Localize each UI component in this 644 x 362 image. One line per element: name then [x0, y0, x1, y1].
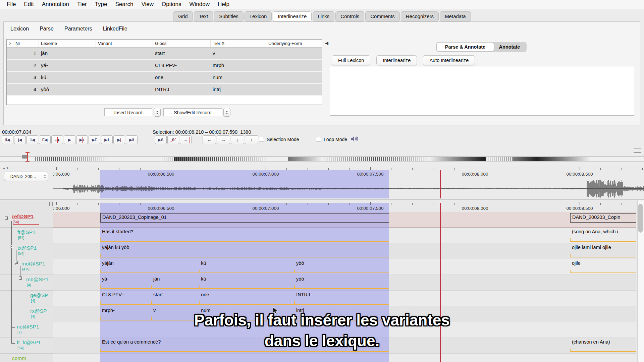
previous-scrollview-button[interactable]: |◀	[14, 135, 26, 144]
column-header-lexeme[interactable]: Lexeme	[39, 40, 96, 47]
play-pause-button[interactable]: ▶	[64, 135, 75, 144]
lexicon-menu-parameters[interactable]: Parameters	[64, 26, 92, 32]
annotation[interactable]: DAND_200203_Copin	[570, 213, 636, 223]
tier-row-header-mb[interactable]: mb@SP1[4]	[0, 275, 53, 291]
tier-expand-icon[interactable]: +	[10, 245, 13, 248]
annotation-row-mot[interactable]: yájànkúyòòojile	[53, 259, 636, 275]
lexicon-table[interactable]: >NrLexemeVariantGlossTier XUnderlying-Fo…	[6, 39, 322, 105]
annotation[interactable]: CL8.PFV--	[100, 291, 152, 305]
annotation[interactable]: yòò	[294, 259, 389, 273]
tier-row-header-ft[interactable]: ft@SP1[54]	[0, 228, 53, 243]
media-source-dropdown[interactable]: DAND_200... ▲▼	[4, 172, 48, 181]
tier-label-ge[interactable]: ge@SP	[30, 292, 48, 298]
annotation[interactable]: start	[152, 291, 199, 305]
annotation[interactable]: one	[199, 291, 294, 305]
menu-item-view[interactable]: View	[137, 1, 158, 8]
menu-item-file[interactable]: File	[3, 1, 20, 8]
second-right-button[interactable]: ▶1	[101, 135, 113, 144]
clear-selection-button[interactable]: S	[167, 135, 179, 144]
timeline-overview[interactable]	[0, 154, 644, 164]
table-row[interactable]: 1jànstartv	[7, 48, 322, 60]
tab-subtitles[interactable]: Subtitles	[214, 11, 244, 21]
panel-collapse-icons[interactable]: ▲▼	[3, 167, 9, 170]
insert-record-dropdown[interactable]: Insert Record ▲▼	[104, 108, 161, 117]
pixel-left-button[interactable]: -◀	[51, 135, 63, 144]
annotation-row-tx[interactable]: yájàn kú yòòojile lami lami ojile	[53, 243, 636, 259]
tier-label-ft[interactable]: ft@SP1	[17, 229, 36, 235]
tier-label-mb[interactable]: mb@SP1	[26, 277, 49, 283]
speaker-icon[interactable]	[351, 136, 358, 142]
lexicon-menu-linkedfile[interactable]: LinkedFile	[103, 26, 127, 32]
tier-expand-icon[interactable]: +	[5, 217, 8, 220]
column-header-nr[interactable]: Nr	[13, 40, 39, 47]
annotation[interactable]: ojile lami lami ojile	[570, 243, 636, 257]
menu-item-window[interactable]: Window	[185, 1, 214, 8]
annotation[interactable]: (song on Ana, which i	[570, 228, 636, 242]
waveform-viewport[interactable]: 00:00:06.00000:00:06.50000:00:07.00000:0…	[53, 166, 644, 199]
tab-metadata[interactable]: Metadata	[440, 11, 471, 21]
loop-mode-checkbox[interactable]	[316, 137, 321, 142]
crosshair-to-selection-button[interactable]: →	[180, 135, 192, 144]
tier-label-tx[interactable]: tx@SP1	[17, 245, 37, 251]
pixel-right-button[interactable]: ▶+	[76, 135, 88, 144]
second-left-button[interactable]: 1◀	[26, 135, 38, 144]
lexicon-menu-lexicon[interactable]: Lexicon	[10, 26, 29, 32]
tier-expand-icon[interactable]: +	[19, 277, 22, 280]
next-scrollview-button[interactable]: ▶|	[113, 135, 125, 144]
annotation[interactable]: INTRJ	[294, 291, 389, 305]
annotation-row-ft[interactable]: Has it started?(song on Ana, which i	[53, 228, 636, 243]
previous-frame-button[interactable]: F◀	[39, 135, 51, 144]
play-selection-button[interactable]: ▶S	[155, 135, 167, 144]
tab-lexicon[interactable]: Lexicon	[245, 11, 272, 21]
interlinearize-button[interactable]: Interlinearize	[376, 55, 417, 65]
divider-grip-icon[interactable]	[634, 148, 641, 153]
go-to-end-button[interactable]: ▶‖	[126, 135, 138, 144]
scroll-left-icon[interactable]: ◀	[325, 41, 328, 46]
annotation[interactable]: kú	[199, 259, 294, 273]
tab-controls[interactable]: Controls	[335, 11, 364, 21]
stepper-icon[interactable]: ▲▼	[223, 108, 230, 117]
segment-parse-annotate[interactable]: Parse & Annotate	[437, 43, 494, 51]
tier-row-header-tx[interactable]: tx@SP1[54]	[0, 243, 53, 259]
tier-row-header-ref[interactable]: ref@SP1[54]	[0, 212, 53, 228]
column-header-marker[interactable]: >	[7, 40, 13, 47]
menu-item-edit[interactable]: Edit	[20, 1, 38, 8]
go-left-button[interactable]: ←	[203, 135, 216, 144]
annotation[interactable]: kú	[199, 275, 294, 289]
tier-row-header-ge[interactable]: ge@SP[4]	[0, 291, 53, 306]
next-frame-button[interactable]: ▶F	[89, 135, 100, 144]
annotation[interactable]: jàn	[152, 275, 199, 289]
menu-item-search[interactable]: Search	[111, 1, 138, 8]
tab-links[interactable]: Links	[313, 11, 334, 21]
stepper-icon[interactable]: ▲▼	[154, 108, 161, 117]
annotation[interactable]: yájàn	[100, 259, 199, 273]
tier-row-header-comm[interactable]: comm	[0, 354, 53, 362]
auto-interlinearize-button[interactable]: Auto Interlinearize	[423, 55, 475, 65]
overview-viewwindow[interactable]	[22, 155, 28, 159]
selection-mode-checkbox[interactable]	[259, 137, 264, 142]
column-resize-handle[interactable]	[49, 202, 53, 206]
tab-recognizers[interactable]: Recognizers	[401, 11, 439, 21]
table-row[interactable]: 2yá-CL8.PFV-mrph	[7, 60, 322, 72]
crosshair[interactable]	[440, 170, 441, 198]
column-header-tier-x[interactable]: Tier X	[211, 40, 266, 47]
tier-row-header-mot[interactable]: mot@SP1[470]	[0, 259, 53, 275]
tab-grid[interactable]: Grid	[173, 11, 193, 21]
show-edit-record-dropdown[interactable]: Show/Edit Record ▲▼	[163, 108, 230, 117]
overview-track[interactable]	[0, 157, 644, 162]
annotation[interactable]: yájàn kú yòò	[100, 243, 389, 257]
menu-item-type[interactable]: Type	[91, 1, 111, 8]
go-down-button[interactable]: ↓	[231, 135, 244, 144]
annotation-row-mb[interactable]: yá-jànkúyòò	[53, 275, 636, 291]
annotation[interactable]: yá-	[100, 275, 152, 289]
scrollbar-thumb[interactable]	[638, 204, 643, 233]
menu-item-tier[interactable]: Tier	[73, 1, 91, 8]
lexicon-menu-parse[interactable]: Parse	[40, 26, 54, 32]
menu-item-options[interactable]: Options	[158, 1, 185, 8]
column-header-variant[interactable]: Variant	[96, 40, 153, 47]
tab-text[interactable]: Text	[194, 11, 213, 21]
overview-crosshair-icon[interactable]	[27, 152, 28, 162]
annotation-row-ge[interactable]: CL8.PFV--startoneINTRJ	[53, 291, 636, 306]
full-lexicon-button[interactable]: Full Lexicon	[332, 55, 370, 65]
tier-label-mot[interactable]: mot@SP1	[21, 261, 45, 267]
